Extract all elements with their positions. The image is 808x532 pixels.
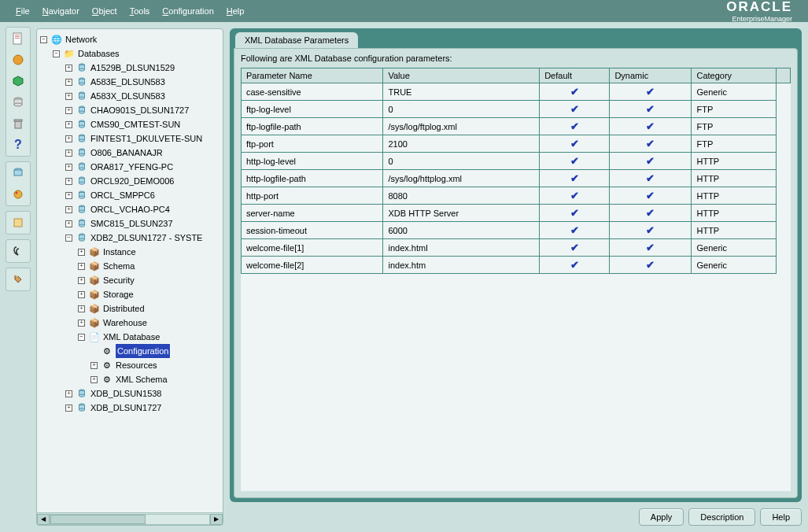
menu-file[interactable]: File bbox=[16, 6, 30, 16]
expand-toggle[interactable]: + bbox=[65, 93, 72, 100]
table-row[interactable]: ftp-port2100✔✔FTP bbox=[242, 135, 791, 153]
expand-toggle[interactable]: + bbox=[78, 320, 85, 327]
tree-xml-database[interactable]: XML Database bbox=[103, 330, 160, 344]
tree-db-item[interactable]: CHAO901S_DLSUN1727 bbox=[90, 103, 189, 117]
tree-node[interactable]: Instance bbox=[103, 245, 136, 259]
config-icon[interactable] bbox=[9, 270, 28, 289]
column-header[interactable]: Dynamic bbox=[610, 68, 692, 83]
apply-button[interactable]: Apply bbox=[639, 508, 684, 526]
dbtool2-icon[interactable] bbox=[9, 185, 28, 204]
tree-node[interactable]: Schema bbox=[103, 259, 135, 273]
tree-db-item[interactable]: FINTEST1_DKULVETE-SUN bbox=[90, 131, 202, 146]
expand-toggle[interactable]: − bbox=[65, 235, 72, 242]
column-header[interactable]: Value bbox=[383, 68, 540, 83]
menu-tools[interactable]: Tools bbox=[130, 6, 150, 16]
tree-db-item[interactable]: ORCL920_DEMO006 bbox=[90, 174, 174, 188]
tree-node[interactable]: Storage bbox=[103, 287, 134, 301]
trash-icon[interactable] bbox=[9, 114, 28, 133]
help-button[interactable]: Help bbox=[760, 508, 802, 526]
tree-node[interactable]: Resources bbox=[116, 358, 157, 372]
cell-dynamic: ✔ bbox=[610, 257, 692, 274]
tab-xml-db-params[interactable]: XML Database Parameters bbox=[235, 32, 358, 48]
tree-db-item[interactable]: ORCL_VCHAO-PC4 bbox=[90, 202, 170, 216]
tree-db-item[interactable]: XDB2_DLSUN1727 - SYSTE bbox=[90, 231, 202, 245]
description-button[interactable]: Description bbox=[688, 508, 755, 526]
table-row[interactable]: welcome-file[1]index.html✔✔Generic bbox=[242, 239, 791, 257]
table-row[interactable]: ftp-logfile-path/sys/log/ftplog.xml✔✔FTP bbox=[242, 118, 791, 135]
tree-db-item[interactable]: SMC815_DLSUN237 bbox=[90, 216, 173, 231]
expand-toggle[interactable]: + bbox=[78, 277, 85, 284]
tree-db-item[interactable]: XDB_DLSUN1538 bbox=[90, 386, 162, 401]
expand-toggle[interactable]: + bbox=[65, 135, 72, 142]
expand-toggle[interactable]: + bbox=[65, 65, 72, 72]
diag-icon[interactable] bbox=[9, 242, 28, 260]
menu-configuration[interactable]: Configuration bbox=[162, 6, 213, 16]
tree-node[interactable]: Warehouse bbox=[103, 316, 147, 330]
expand-toggle[interactable]: + bbox=[90, 376, 98, 383]
expand-toggle[interactable]: + bbox=[65, 390, 72, 397]
menu-help[interactable]: Help bbox=[227, 6, 245, 16]
expand-toggle[interactable]: + bbox=[65, 107, 72, 114]
table-row[interactable]: http-port8080✔✔HTTP bbox=[242, 187, 791, 205]
cube-icon[interactable] bbox=[9, 72, 28, 91]
expand-toggle[interactable]: + bbox=[65, 405, 72, 412]
expand-toggle[interactable]: + bbox=[78, 291, 85, 298]
table-row[interactable]: server-nameXDB HTTP Server✔✔HTTP bbox=[242, 205, 791, 222]
world-icon[interactable] bbox=[9, 50, 28, 69]
tree-node[interactable]: XML Schema bbox=[116, 372, 168, 386]
expand-toggle[interactable]: + bbox=[65, 150, 72, 157]
table-row[interactable]: session-timeout6000✔✔HTTP bbox=[242, 222, 791, 239]
table-row[interactable]: ftp-log-level0✔✔FTP bbox=[242, 101, 791, 118]
expand-toggle[interactable]: − bbox=[40, 36, 47, 43]
expand-toggle[interactable]: + bbox=[65, 121, 72, 128]
navigator-tree[interactable]: −🌐Network −📁Databases +A1529B_DLSUN1529+… bbox=[37, 29, 223, 512]
tree-node[interactable]: Distributed bbox=[103, 301, 145, 316]
column-header[interactable]: Category bbox=[692, 68, 777, 83]
svg-point-38 bbox=[79, 168, 85, 170]
help-icon[interactable]: ? bbox=[9, 135, 28, 154]
tree-db-item[interactable]: A1529B_DLSUN1529 bbox=[90, 61, 175, 75]
tree-hscrollbar[interactable]: ◀ ▶ bbox=[37, 512, 223, 525]
expand-toggle[interactable]: + bbox=[78, 305, 85, 312]
tree-node[interactable]: Security bbox=[103, 273, 135, 287]
scroll-left-icon[interactable]: ◀ bbox=[37, 514, 50, 525]
tree-db-item[interactable]: A583E_DLSUN583 bbox=[90, 75, 165, 89]
expand-toggle[interactable]: + bbox=[65, 164, 72, 171]
expand-toggle[interactable]: + bbox=[78, 249, 85, 256]
db-icon[interactable] bbox=[9, 93, 28, 112]
expand-toggle[interactable]: + bbox=[90, 362, 98, 369]
scroll-right-icon[interactable]: ▶ bbox=[210, 514, 223, 525]
report-icon[interactable] bbox=[9, 29, 28, 48]
node-icon: 📦 bbox=[89, 260, 100, 272]
expand-toggle[interactable]: + bbox=[65, 220, 72, 227]
expand-toggle[interactable]: + bbox=[65, 206, 72, 213]
tree-databases[interactable]: Databases bbox=[78, 46, 120, 61]
menu-navigator[interactable]: Navigator bbox=[42, 6, 79, 16]
expand-toggle[interactable]: + bbox=[65, 79, 72, 86]
tree-db-item[interactable]: CMS90_CMTEST-SUN bbox=[90, 117, 180, 131]
table-row[interactable]: http-log-level0✔✔HTTP bbox=[242, 153, 791, 170]
tree-db-item[interactable]: O806_BANANAJR bbox=[90, 146, 163, 160]
tree-root[interactable]: Network bbox=[65, 32, 97, 46]
expand-toggle[interactable]: − bbox=[78, 334, 85, 341]
tree-node[interactable]: Configuration bbox=[116, 344, 170, 358]
scroll-thumb[interactable] bbox=[50, 515, 146, 524]
dbtool1-icon[interactable] bbox=[9, 164, 28, 183]
dbtool3-icon[interactable] bbox=[9, 213, 28, 232]
tree-db-item[interactable]: XDB_DLSUN1727 bbox=[90, 401, 162, 415]
expand-toggle[interactable]: + bbox=[65, 178, 72, 185]
expand-toggle[interactable]: + bbox=[78, 263, 85, 270]
column-header[interactable]: Parameter Name bbox=[242, 68, 383, 83]
database-icon bbox=[76, 175, 87, 187]
table-row[interactable]: case-sensitiveTRUE✔✔Generic bbox=[242, 83, 791, 101]
expand-toggle[interactable]: + bbox=[65, 192, 72, 199]
menu-object[interactable]: Object bbox=[92, 6, 117, 16]
table-row[interactable]: welcome-file[2]index.htm✔✔Generic bbox=[242, 257, 791, 274]
tree-db-item[interactable]: A583X_DLSUN583 bbox=[90, 89, 165, 103]
table-row[interactable]: http-logfile-path/sys/log/httplog.xml✔✔H… bbox=[242, 170, 791, 187]
tree-db-item[interactable]: ORA817_YFENG-PC bbox=[90, 160, 173, 174]
expand-toggle[interactable]: − bbox=[53, 50, 60, 57]
tree-db-item[interactable]: ORCL_SMPPC6 bbox=[90, 188, 155, 202]
column-header[interactable]: Default bbox=[540, 68, 610, 83]
cell-category: FTP bbox=[692, 135, 777, 153]
